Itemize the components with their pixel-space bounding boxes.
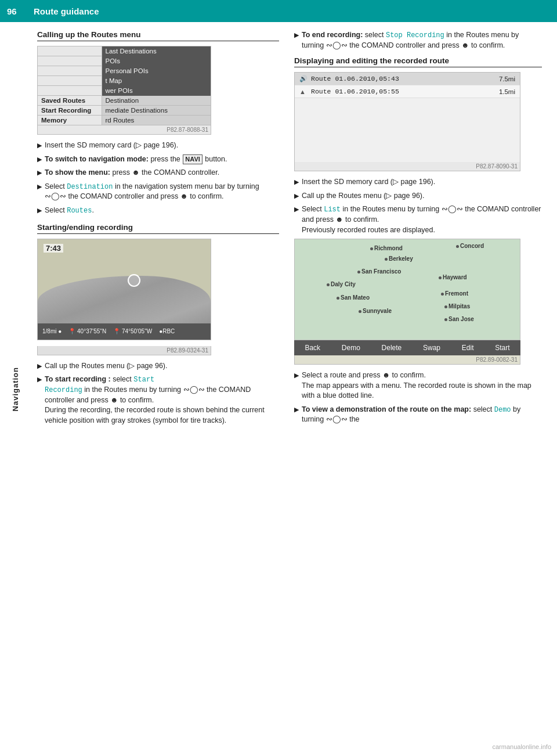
bullet-show-menu: ▶ To show the menu: press ☻ the COMAND c…: [37, 168, 279, 178]
bullets-after-map: ▶ Select a route and press ☻ to confirm.…: [294, 370, 542, 425]
bullet-view-demo: ▶ To view a demonstration of the route o…: [294, 405, 542, 425]
bullets-section2: ▶ Call up the Routes menu (▷ page 96). ▶…: [37, 361, 279, 426]
arrow-icon: ▶: [294, 371, 299, 380]
bullet-select-route: ▶ Select a route and press ☻ to confirm.…: [294, 370, 542, 401]
route-name-2: Route 01.06.2010,05:55: [311, 88, 486, 95]
city-sunnyvale: Sunnyvale: [359, 308, 392, 314]
bullet-text: Insert the SD memory card (▷ page 196).: [302, 177, 542, 188]
arrow-icon: ▶: [294, 178, 299, 186]
arrow-icon: ▶: [37, 375, 42, 384]
bullet-text: Insert the SD memory card (▷ page 196).: [45, 141, 279, 151]
city-hayward: Hayward: [439, 274, 467, 280]
bullets-section1: ▶ Insert the SD memory card (▷ page 196)…: [37, 141, 279, 216]
bullet-text: Select List in the Routes menu by turnin…: [302, 204, 542, 235]
right-column: ▶ To end recording: select Stop Recordin…: [290, 30, 542, 429]
map-btn-start[interactable]: Start: [490, 343, 514, 353]
bullet-text: To end recording: select Stop Recording …: [302, 30, 542, 51]
route-dist-1: 7.5mi: [486, 75, 515, 82]
nav-scale: 1/8mi ●: [42, 328, 62, 334]
route-dist-2: 1.5mi: [486, 88, 515, 95]
map-btn-demo[interactable]: Demo: [337, 343, 365, 353]
city-berkeley: Berkeley: [385, 255, 413, 262]
bullets-route-list: ▶ Insert the SD memory card (▷ page 196)…: [294, 177, 542, 235]
main-content: Calling up the Routes menu Last Destinat…: [30, 22, 557, 437]
bullet-text: To view a demonstration of the route on …: [302, 405, 542, 425]
bullet-text: Call up the Routes menu (▷ page 96).: [45, 361, 279, 372]
map-btn-back[interactable]: Back: [300, 343, 325, 353]
page-number: 96: [7, 6, 23, 16]
nav-coords1: 📍 40°37'55"N: [68, 328, 106, 334]
bullet-text: To show the menu: press ☻ the COMAND con…: [45, 168, 279, 178]
city-sanfrancisco: San Francisco: [357, 268, 401, 275]
arrow-icon: ▶: [37, 362, 42, 370]
city-richmond: Richmond: [370, 245, 403, 251]
bullet-switch-navi: ▶ To switch to navigation mode: press th…: [37, 154, 279, 165]
arrow-icon: ▶: [294, 31, 299, 39]
arrow-icon: ▶: [37, 182, 42, 191]
bullet-insert-sd-2: ▶ Insert the SD memory card (▷ page 196)…: [294, 177, 542, 188]
city-sanmateo: San Mateo: [337, 294, 370, 301]
bullet-select-routes: ▶ Select Routes.: [37, 206, 279, 216]
bullet-text: Select Routes.: [45, 206, 279, 216]
bullet-call-routes: ▶ Call up the Routes menu (▷ page 96).: [37, 361, 279, 372]
route-list-image: 🔊 Route 01.06.2010,05:43 7.5mi ▲ Route 0…: [294, 72, 520, 171]
watermark: carmanualonline.info: [492, 743, 551, 750]
map-image: Richmond Concord Berkeley San Francisco …: [294, 239, 520, 340]
city-sanjose: San Jose: [444, 316, 474, 322]
route-name-1: Route 01.06.2010,05:43: [311, 75, 486, 82]
sidebar: Navigation: [0, 22, 30, 756]
navi-key: NAVI: [183, 154, 202, 164]
arrow-icon: ▶: [37, 141, 42, 150]
bullet-call-routes-2: ▶ Call up the Routes menu (▷ page 96).: [294, 191, 542, 201]
nav-rbc: ●RBC: [159, 328, 175, 334]
routes-menu-image: Last Destinations POIs Personal POIs t M…: [37, 46, 211, 135]
city-fremont: Fremont: [441, 290, 468, 297]
bullet-text: To start recording : select StartRecordi…: [45, 375, 279, 426]
bullet-text: Select a route and press ☻ to confirm.Th…: [302, 370, 542, 401]
arrow-icon: ▶: [37, 168, 42, 177]
nav-coords2: 📍 74°50'05"W: [113, 328, 152, 334]
arrow-icon: ▶: [37, 206, 42, 215]
city-dalycity: Daly City: [327, 281, 356, 287]
nav-screenshot-caption: P82.89-0324-31: [37, 346, 211, 355]
city-concord: Concord: [456, 243, 484, 249]
left-column: Calling up the Routes menu Last Destinat…: [37, 30, 290, 429]
city-milpitas: Milpitas: [444, 303, 470, 309]
bullet-text: Call up the Routes menu (▷ page 96).: [302, 191, 542, 201]
map-btn-delete[interactable]: Delete: [377, 343, 407, 353]
bullet-text: To switch to navigation mode: press the …: [45, 154, 279, 165]
section-recording-heading: Starting/ending recording: [37, 223, 279, 234]
map-caption: P82.89-0082-31: [294, 355, 520, 365]
bullet-end-recording: ▶ To end recording: select Stop Recordin…: [294, 30, 542, 51]
nav-screenshot: 7:43 1/8mi ● 📍 40°37'55"N 📍 74°50'05"W ●…: [37, 239, 211, 340]
map-toolbar: Back Demo Delete Swap Edit Start: [294, 340, 520, 355]
map-btn-edit[interactable]: Edit: [457, 343, 479, 353]
bullet-select-destination: ▶ Select Destination in the navigation s…: [37, 182, 279, 202]
header-bar: 96 Route guidance: [0, 0, 557, 22]
arrow-icon: ▶: [294, 205, 299, 214]
arrow-icon: ▶: [294, 192, 299, 200]
bullets-right-top: ▶ To end recording: select Stop Recordin…: [294, 30, 542, 51]
map-btn-swap[interactable]: Swap: [418, 343, 445, 353]
vehicle-circle: [128, 274, 140, 287]
sidebar-label: Navigation: [11, 367, 20, 411]
route-icon-2: ▲: [299, 88, 311, 95]
nav-time: 7:43: [44, 244, 63, 253]
nav-bar: 1/8mi ● 📍 40°37'55"N 📍 74°50'05"W ●RBC: [38, 323, 211, 340]
bullet-insert-sd: ▶ Insert the SD memory card (▷ page 196)…: [37, 141, 279, 151]
bullet-select-list: ▶ Select List in the Routes menu by turn…: [294, 204, 542, 235]
section-display-heading: Displaying and editing the recorded rout…: [294, 56, 542, 67]
section-routes-menu-heading: Calling up the Routes menu: [37, 30, 279, 41]
arrow-icon: ▶: [37, 155, 42, 164]
route-list-caption: P82.87-8090-31: [295, 162, 520, 171]
bullet-start-recording: ▶ To start recording : select StartRecor…: [37, 375, 279, 426]
route-list-row-1: 🔊 Route 01.06.2010,05:43 7.5mi: [295, 73, 520, 85]
route-list-row-2: ▲ Route 01.06.2010,05:55 1.5mi: [295, 85, 520, 98]
page-title: Route guidance: [34, 6, 99, 16]
bullet-text: Select Destination in the navigation sys…: [45, 182, 279, 202]
routes-menu-caption: P82.87-8088-31: [38, 125, 211, 134]
arrow-icon: ▶: [294, 405, 299, 414]
route-icon-1: 🔊: [299, 75, 311, 82]
